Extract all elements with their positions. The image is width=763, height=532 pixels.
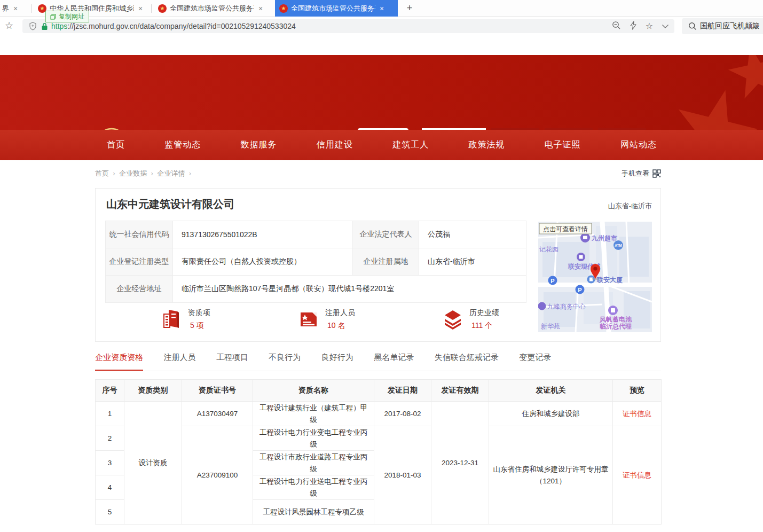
map-label: 九峰商务中心	[547, 303, 586, 310]
breadcrumb-company-data[interactable]: 企业数据	[119, 169, 147, 177]
map-label: 风帆蓄电池	[599, 316, 632, 323]
col-issue-date: 发证日期	[374, 380, 431, 402]
credit-code-value: 91371302675501022B	[173, 221, 353, 248]
table-row: 企业经营地址 临沂市兰山区陶然路107号星河晶都（联安）现代城1号楼2201室	[106, 276, 526, 303]
copy-icon	[50, 14, 56, 20]
tab-change-records[interactable]: 变更记录	[519, 353, 551, 370]
mobile-view-button[interactable]: 手机查看	[622, 169, 661, 178]
cell-issue-date: 2018-01-03	[374, 426, 431, 525]
tab-qualifications[interactable]: 企业资质资格	[95, 353, 143, 371]
tab-dishonesty-records[interactable]: 失信联合惩戒记录	[435, 353, 499, 370]
cell-name: 工程设计电力行业变电工程专业丙级	[253, 426, 374, 451]
flag-star-decoration	[726, 55, 763, 100]
shield-icon[interactable]	[29, 22, 37, 30]
svg-text:P: P	[578, 287, 581, 293]
stat-value: 5 项	[188, 321, 210, 331]
tab-close-icon[interactable]: ×	[380, 4, 384, 13]
tab-separator	[151, 4, 152, 13]
idcard-icon	[298, 308, 319, 330]
cell-authority: 住房和城乡建设部	[489, 402, 613, 426]
cell-name: 工程设计建筑行业（建筑工程）甲级	[253, 402, 374, 426]
cell-name: 工程设计市政行业道路工程专业丙级	[253, 451, 374, 475]
stat-value: 10 名	[325, 321, 355, 331]
qr-mini-icon	[652, 169, 661, 178]
tab-good-behavior[interactable]: 良好行为	[321, 353, 353, 370]
col-valid-until: 发证有效期	[431, 380, 489, 402]
nav-item-credit[interactable]: 信用建设	[317, 139, 353, 151]
url-scheme: https	[51, 22, 67, 30]
col-category: 资质类别	[124, 380, 182, 402]
mobile-view-label: 手机查看	[622, 169, 649, 178]
bookmark-star-icon[interactable]: ☆	[5, 20, 13, 32]
tab-close-icon[interactable]: ×	[258, 4, 263, 13]
company-detail-card: 山东中元建筑设计有限公司 山东省-临沂市 统一社会信用代码 9137130267…	[95, 188, 661, 342]
tab-close-icon[interactable]: ×	[13, 4, 18, 13]
tab-bad-behavior[interactable]: 不良行为	[269, 353, 301, 370]
browser-tab-jzsc[interactable]: ★ 全国建筑市场监管公共服务平台 ×	[154, 0, 272, 17]
stat-value: 111 个	[469, 321, 499, 331]
cell-serial: 2	[96, 426, 124, 451]
chevron-down-icon[interactable]	[662, 21, 669, 31]
map-label: 临沂总代理	[600, 323, 632, 330]
tab-projects[interactable]: 工程项目	[216, 353, 248, 370]
nav-item-workers[interactable]: 建筑工人	[392, 139, 429, 151]
company-location-map[interactable]: 九州超市 ATM 记花园 联安现代城 联安大厦 P P 九峰商务中心 风帆蓄电池…	[538, 222, 652, 332]
cell-serial: 5	[96, 500, 124, 525]
map-tooltip-text: 点击可查看详情	[543, 225, 588, 233]
tab-registered-personnel[interactable]: 注册人员	[163, 353, 195, 370]
tab-close-icon[interactable]: ×	[138, 4, 143, 13]
legal-rep-value: 公茂福	[419, 221, 526, 248]
lightning-icon[interactable]	[630, 21, 637, 32]
field-label: 企业注册属地	[353, 248, 419, 276]
map-label: ATM	[615, 244, 622, 247]
certificate-info-link[interactable]: 证书信息	[613, 426, 662, 525]
col-cert-no: 资质证书号	[182, 380, 253, 402]
nav-item-site-news[interactable]: 网站动态	[620, 139, 657, 151]
map-label: 九州超市	[591, 234, 617, 242]
copy-url-tooltip: 复制网址	[45, 11, 89, 22]
field-label: 企业登记注册类型	[106, 248, 173, 276]
zoom-out-icon[interactable]	[612, 21, 621, 32]
news-search-box[interactable]: 国航回应飞机颠簸	[682, 18, 763, 34]
stat-qualifications: 资质项 5 项	[161, 308, 210, 331]
main-nav-bar: 首页 监管动态 数据服务 信用建设 建筑工人 政策法规 电子证照 网站动态	[0, 130, 763, 160]
favorite-star-icon[interactable]: ☆	[646, 22, 653, 30]
nav-item-supervision[interactable]: 监管动态	[164, 139, 201, 151]
url-rest: ://jzsc.mohurd.gov.cn/data/company/detai…	[67, 22, 295, 30]
breadcrumb-home[interactable]: 首页	[95, 169, 109, 177]
stat-label: 资质项	[188, 308, 210, 318]
table-header-row: 序号 资质类别 资质证书号 资质名称 发证日期 发证有效期 发证机关 预览	[96, 380, 662, 402]
cell-serial: 4	[96, 475, 124, 500]
tab-title: 全国建筑市场监管公共服务平台	[170, 4, 254, 13]
company-detail-tabs: 企业资质资格 注册人员 工程项目 不良行为 良好行为 黑名单记录 失信联合惩戒记…	[95, 353, 661, 371]
url-address-bar[interactable]: https://jzsc.mohurd.gov.cn/data/company/…	[22, 19, 674, 33]
nav-item-policy[interactable]: 政策法规	[468, 139, 505, 151]
search-icon	[688, 22, 697, 30]
building-icon	[161, 308, 182, 330]
cell-name: 工程设计电力行业送电工程专业丙级	[253, 475, 374, 500]
emblem-favicon-icon: ★	[279, 4, 288, 13]
reg-type-value: 有限责任公司（自然人投资或控股）	[173, 248, 353, 276]
copy-url-tooltip-label: 复制网址	[59, 12, 84, 21]
breadcrumb-company-detail[interactable]: 企业详情	[157, 169, 185, 177]
field-label: 企业法定代表人	[353, 221, 419, 248]
company-name: 山东中元建筑设计有限公司	[106, 197, 234, 212]
cell-name: 工程设计风景园林工程专项乙级	[253, 500, 374, 525]
map-label: 记花园	[539, 246, 559, 253]
browser-tab-active[interactable]: ★ 全国建筑市场监管公共服务平台 ×	[275, 0, 398, 17]
reg-region-value: 山东省-临沂市	[419, 248, 526, 276]
nav-item-data-service[interactable]: 数据服务	[241, 139, 277, 151]
cell-issue-date: 2017-08-02	[374, 402, 431, 426]
cell-category: 设计资质	[124, 402, 182, 525]
browser-tab-partial[interactable]: 界 ×	[0, 0, 29, 17]
new-tab-button[interactable]: +	[403, 2, 416, 15]
cell-cert-no: A237009100	[182, 426, 253, 525]
col-preview: 预览	[613, 380, 662, 402]
certificate-info-link[interactable]: 证书信息	[613, 402, 662, 426]
emblem-favicon-icon: ★	[158, 4, 167, 13]
stat-label: 注册人员	[325, 308, 355, 318]
nav-item-e-license[interactable]: 电子证照	[545, 139, 581, 151]
tab-blacklist[interactable]: 黑名单记录	[374, 353, 414, 370]
table-row: 1 设计资质 A137030497 工程设计建筑行业（建筑工程）甲级 2017-…	[96, 402, 662, 426]
nav-item-home[interactable]: 首页	[107, 139, 125, 151]
